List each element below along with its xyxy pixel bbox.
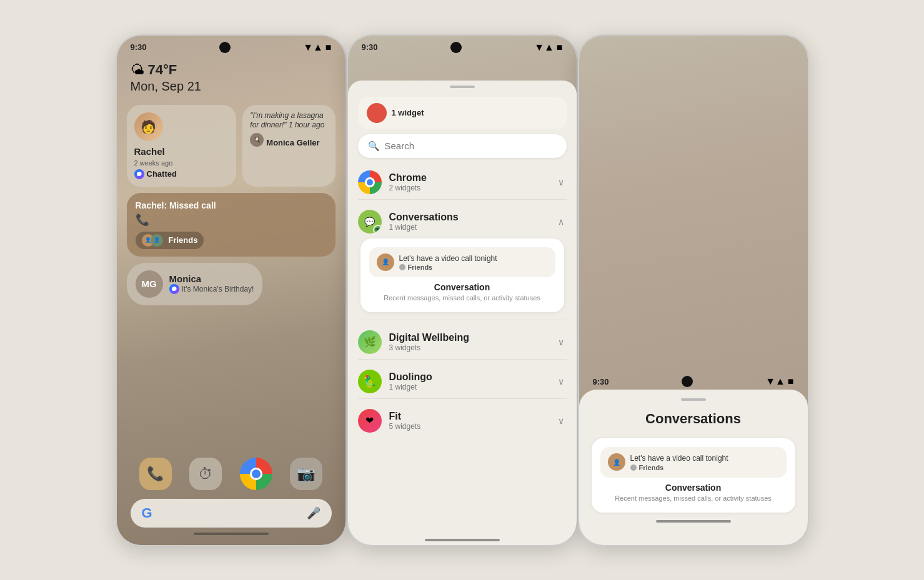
- duolingo-section-count: 1 widget: [389, 383, 550, 391]
- search-input[interactable]: [385, 140, 557, 151]
- mic-icon[interactable]: 🎤: [307, 506, 320, 520]
- messenger-icon-2: [169, 284, 179, 294]
- chrome-section-count: 2 widgets: [389, 184, 550, 192]
- rachel-time: 2 weeks ago: [134, 159, 173, 167]
- chrome-section: Chrome 2 widgets ∨: [348, 163, 577, 200]
- divider-4: [358, 398, 567, 399]
- people-row: 🧑 Rachel 2 weeks ago Chatted: [127, 105, 335, 187]
- status-time-1: 9:30: [131, 42, 147, 52]
- status-time-3: 9:30: [593, 377, 609, 386]
- monica-widget-msg: It's Monica's Birthday!: [169, 284, 254, 294]
- top-widget-peek: 1 widget: [358, 97, 567, 129]
- bs-bubble-content: Let's have a video call tonight Friends: [630, 453, 728, 471]
- fit-section: ❤ Fit 5 widgets ∨: [348, 401, 577, 438]
- bs-msg-text: Let's have a video call tonight: [630, 453, 728, 464]
- conversations-section-header[interactable]: 💬 ✉ Conversations 1 widget ∧: [348, 202, 577, 238]
- monica-widget-name: Monica: [169, 273, 254, 284]
- monica-preview-widget[interactable]: "I'm making a lasagna for dinner!" 1 hou…: [242, 105, 335, 187]
- google-g-logo: G: [142, 505, 152, 521]
- status-bar-1: 9:30 ▼▲ ■: [117, 36, 345, 56]
- bottom-sheet-handle: [681, 398, 706, 401]
- rachel-action: Chatted: [147, 169, 177, 179]
- phone2-content: 9:30 ▼▲ ■ 1 widget: [348, 36, 577, 545]
- conv-badge-dot: [399, 264, 405, 270]
- home-indicator-2: [425, 539, 500, 541]
- camera-dot-2: [450, 42, 462, 53]
- peek-circle: [367, 103, 387, 123]
- camera-dot-3: [682, 376, 693, 387]
- battery-icon-3: ■: [788, 376, 794, 387]
- bs-badge-dot: [630, 464, 637, 471]
- monica-quote: "I'm making a lasagna for dinner!" 1 hou…: [250, 111, 327, 130]
- monica-widget[interactable]: MG Monica It's Monica's Birthday!: [127, 263, 263, 305]
- phones-container: 9:30 ▼▲ ■ 🌤 74°F Mon, Sep 21: [0, 0, 924, 580]
- divider-2: [358, 320, 567, 320]
- search-icon: 🔍: [368, 140, 380, 152]
- phone1-content: 9:30 ▼▲ ■ 🌤 74°F Mon, Sep 21: [117, 36, 345, 545]
- rachel-action-row: Chatted: [134, 169, 229, 179]
- friends-label: Friends: [169, 235, 198, 245]
- friends-badge: 👤 👤 Friends: [136, 232, 204, 249]
- dock-area: 📞 ⏱ 📷 G 🎤: [117, 449, 345, 545]
- rachel-widget[interactable]: 🧑 Rachel 2 weeks ago Chatted: [127, 105, 237, 187]
- bs-card-desc: Recent messages, missed calls, or activi…: [600, 494, 787, 503]
- search-bar-widget[interactable]: 🔍: [358, 134, 567, 158]
- dw-section-header[interactable]: 🌿 Digital Wellbeing 3 widgets ∨: [348, 323, 577, 359]
- chrome-section-info: Chrome 2 widgets: [389, 172, 550, 192]
- clock-app-icon[interactable]: ⏱: [189, 458, 222, 490]
- dw-icon: 🌿: [358, 330, 382, 354]
- fit-section-header[interactable]: ❤ Fit 5 widgets ∨: [348, 401, 577, 438]
- bottom-sheet-card[interactable]: 👤 Let's have a video call tonight Friend…: [592, 438, 795, 512]
- conv-badge: Friends: [399, 263, 497, 271]
- status-bar-3: 9:30 ▼▲ ■: [579, 370, 808, 390]
- bs-badge-text: Friends: [639, 464, 664, 471]
- duolingo-section: 🦜 Duolingo 1 widget ∨: [348, 362, 577, 399]
- rachel-missed-call-widget[interactable]: Rachel: Missed call 📞 👤 👤 Friends: [127, 193, 335, 257]
- phone-app-icon[interactable]: 📞: [139, 458, 172, 490]
- mg-avatar: MG: [136, 270, 163, 298]
- chrome-section-header[interactable]: Chrome 2 widgets ∨: [348, 163, 577, 199]
- widgets-area: 🧑 Rachel 2 weeks ago Chatted: [117, 99, 345, 312]
- friend-av-2: 👤: [151, 234, 163, 247]
- weather-date: Mon, Sep 21: [131, 79, 332, 94]
- status-icons-2: ▼▲ ■: [534, 42, 562, 53]
- conversations-chevron: ∧: [558, 217, 564, 227]
- panel-handle-2: [450, 86, 475, 88]
- duolingo-chevron: ∨: [558, 376, 564, 386]
- rachel-name: Rachel: [134, 146, 229, 157]
- monica-avatar-small: 🍳: [250, 133, 264, 147]
- widget-panel: 1 widget 🔍: [348, 81, 577, 545]
- weather-temp-text: 74°F: [148, 62, 177, 78]
- chrome-chevron: ∨: [558, 177, 564, 187]
- google-search-bar[interactable]: G 🎤: [131, 499, 332, 528]
- chrome-app-icon[interactable]: [240, 458, 272, 490]
- home-indicator-3: [656, 520, 731, 523]
- divider-1: [358, 199, 567, 200]
- divider-3: [358, 359, 567, 360]
- messenger-icon: [134, 169, 144, 179]
- rachel-avatar: 🧑: [134, 112, 163, 141]
- missed-call-icon: 📞: [136, 213, 327, 227]
- fit-icon: ❤: [358, 409, 382, 433]
- camera-app-icon[interactable]: 📷: [290, 458, 322, 490]
- widget-panel-scroll[interactable]: 1 widget 🔍: [348, 91, 577, 534]
- rachel-status-row: 2 weeks ago: [134, 159, 229, 167]
- phone3-content: 9:30 ▼▲ ■ Conversations 👤 Let's have a v…: [579, 36, 808, 545]
- bs-badge: Friends: [630, 464, 728, 471]
- bs-message-bubble: 👤 Let's have a video call tonight Friend…: [600, 447, 787, 478]
- friends-avatars: 👤 👤: [142, 234, 159, 247]
- duolingo-section-name: Duolingo: [389, 371, 550, 383]
- duolingo-section-header[interactable]: 🦜 Duolingo 1 widget ∨: [348, 362, 577, 398]
- status-icons-1: ▼▲ ■: [303, 42, 331, 53]
- conv-preview-card[interactable]: 👤 Let's have a video call tonight Friend…: [360, 238, 564, 312]
- status-icons-3: ▼▲ ■: [765, 376, 793, 387]
- monica-widget-info: Monica It's Monica's Birthday!: [169, 273, 254, 294]
- conversations-section-info: Conversations 1 widget: [389, 212, 550, 232]
- weather-widget: 🌤 74°F Mon, Sep 21: [117, 56, 345, 99]
- conv-avatar: 👤: [377, 253, 394, 271]
- monica-msg-text: It's Monica's Birthday!: [182, 285, 254, 293]
- phone-3-conversations: 9:30 ▼▲ ■ Conversations 👤 Let's have a v…: [578, 34, 809, 546]
- dw-section-count: 3 widgets: [389, 343, 550, 352]
- duolingo-icon: 🦜: [358, 370, 382, 393]
- conversations-bottom-sheet: Conversations 👤 Let's have a video call …: [579, 390, 808, 544]
